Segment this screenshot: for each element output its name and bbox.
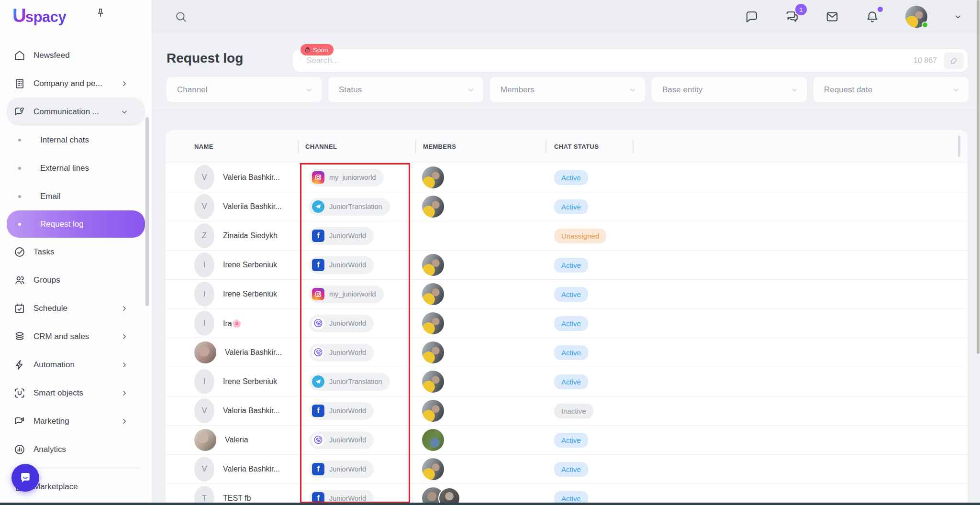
table-body: VValeria Bashkir...my_juniorworldActiveV… (166, 163, 968, 505)
channel-chip[interactable]: my_juniorworld (309, 169, 384, 187)
bullet-icon (18, 195, 21, 198)
sidebar-item-external-lines[interactable]: External lines (7, 154, 145, 182)
topbar-notifications-button[interactable] (865, 10, 880, 24)
table-row[interactable]: IIrene SerbeniukfJuniorWorldActive (166, 251, 968, 280)
sidebar-item-label: Marketing (33, 417, 69, 426)
filters-row: Channel Status Members Base entity Reque… (167, 77, 969, 102)
name-cell: VValeria Bashkir... (166, 165, 298, 190)
channel-cell: JuniorWorld (298, 315, 415, 332)
table-row[interactable]: ZZinaida SiedykhfJuniorWorldUnassigned (166, 221, 968, 251)
automation-icon (13, 359, 26, 371)
table-row[interactable]: IIra🌸JuniorWorldActive (166, 309, 968, 338)
chat-status-cell: Active (546, 316, 968, 331)
chevron-down-icon (466, 85, 476, 95)
sidebar-item-groups[interactable]: Groups (7, 266, 145, 294)
table-row[interactable]: IIrene Serbeniukmy_juniorworldActive (166, 280, 968, 309)
facebook-icon: f (312, 230, 324, 242)
table-scrollbar[interactable] (958, 136, 960, 157)
channel-chip[interactable]: JuniorWorld (309, 431, 374, 449)
groups-icon (13, 274, 26, 286)
uspacy-logo[interactable]: Uspacy (12, 5, 66, 26)
avatar: T (194, 486, 214, 505)
channel-chip[interactable]: my_juniorworld (309, 285, 384, 303)
facebook-icon: f (312, 259, 324, 271)
channel-name: my_juniorworld (329, 290, 376, 298)
mail-icon (825, 10, 839, 24)
sidebar-item-request-log[interactable]: Request log (7, 210, 145, 238)
status-badge: Active (554, 316, 588, 331)
channel-cell: JuniorWorld (298, 344, 415, 362)
instagram-icon (312, 288, 324, 300)
sidebar-item-schedule[interactable]: Schedule (7, 294, 145, 322)
table-row[interactable]: VValeria Bashkir...fJuniorWorldActive (166, 455, 968, 484)
chat-status-cell: Active (546, 170, 968, 185)
avatar: I (194, 369, 214, 394)
pin-sidebar-icon[interactable] (95, 7, 106, 19)
channel-chip[interactable]: fJuniorWorld (309, 402, 374, 420)
table-row[interactable]: ValeriaJuniorWorldActive (166, 426, 968, 455)
sidebar-item-crm-and-sales[interactable]: CRM and sales (7, 322, 145, 351)
filter-request-date[interactable]: Request date (813, 77, 969, 102)
topbar-profile-menu-button[interactable] (953, 12, 963, 22)
chevron-right-icon (118, 417, 131, 426)
chevron-down-icon (790, 85, 799, 95)
request-log-table: NAME CHANNEL MEMBERS CHAT STATUS VValeri… (166, 130, 968, 505)
sidebar-item-marketing[interactable]: Marketing (7, 407, 145, 435)
table-row[interactable]: Valeria Bashkir...JuniorWorldActive (166, 338, 968, 367)
sidebar-item-newsfeed[interactable]: Newsfeed (7, 41, 145, 69)
column-divider (298, 140, 299, 153)
channel-cell: my_juniorworld (298, 169, 415, 187)
search-input[interactable] (306, 56, 913, 66)
sidebar-item-company-and-people[interactable]: Company and pe... (7, 69, 145, 98)
sidebar-scrollbar[interactable] (145, 117, 149, 306)
sidebar-item-internal-chats[interactable]: Internal chats (7, 126, 145, 154)
analytics-icon (13, 443, 26, 456)
table-row[interactable]: VValeriia Bashkir...JuniorTranslationAct… (166, 192, 968, 221)
chat-bubble-icon (19, 471, 32, 484)
channel-chip[interactable]: JuniorWorld (309, 315, 374, 332)
instagram-icon (312, 171, 324, 184)
members-cell (415, 429, 546, 451)
building-icon (13, 77, 26, 90)
support-chat-fab[interactable] (11, 464, 39, 492)
member-avatar (422, 196, 444, 218)
table-row[interactable]: VValeria Bashkir...fJuniorWorldInactive (166, 396, 968, 426)
filter-channel[interactable]: Channel (167, 77, 322, 102)
topbar-mail-button[interactable] (825, 10, 839, 24)
name-cell: VValeria Bashkir... (166, 398, 298, 423)
topbar-team-chats-button[interactable]: 1 (785, 10, 799, 24)
filter-base-entity[interactable]: Base entity (652, 77, 807, 102)
column-divider (633, 140, 634, 153)
table-row[interactable]: VValeria Bashkir...my_juniorworldActive (166, 163, 968, 192)
filter-status[interactable]: Status (328, 77, 483, 102)
sidebar-item-analytics[interactable]: Analytics (7, 435, 145, 463)
contact-name: Valeria Bashkir... (223, 465, 280, 473)
channel-chip[interactable]: JuniorTranslation (309, 198, 390, 216)
topbar-profile-button[interactable] (905, 6, 927, 28)
clear-search-button[interactable] (944, 52, 964, 69)
telegram-icon (312, 200, 324, 213)
sidebar-item-email[interactable]: Email (7, 182, 145, 210)
channel-chip[interactable]: fJuniorWorld (309, 256, 374, 274)
global-search-icon[interactable] (174, 10, 188, 23)
contact-name: Irene Serbeniuk (223, 377, 277, 386)
section-divider (152, 110, 980, 110)
channel-name: JuniorWorld (329, 465, 366, 473)
sidebar-item-communications[interactable]: Communication ... (7, 98, 145, 126)
sidebar-item-smart-objects[interactable]: Smart objects (7, 379, 145, 407)
channel-chip[interactable]: fJuniorWorld (309, 461, 374, 478)
topbar-chat-button[interactable] (745, 10, 759, 24)
sidebar-item-label: Company and pe... (33, 79, 102, 88)
sidebar-item-tasks[interactable]: Tasks (7, 238, 145, 266)
table-row[interactable]: IIrene SerbeniukJuniorTranslationActive (166, 367, 968, 396)
channel-chip[interactable]: JuniorWorld (309, 344, 374, 362)
filter-members[interactable]: Members (490, 77, 645, 102)
member-avatar (422, 283, 444, 305)
table-row[interactable]: TTEST fbfJuniorWorldActive (166, 484, 968, 505)
channel-cell: JuniorTranslation (298, 198, 415, 216)
sidebar-item-automation[interactable]: Automation (7, 351, 145, 379)
window-scrollbar[interactable] (977, 0, 980, 354)
channel-chip[interactable]: fJuniorWorld (309, 227, 374, 245)
channel-chip[interactable]: JuniorTranslation (309, 373, 390, 391)
name-cell: Valeria (166, 429, 298, 451)
